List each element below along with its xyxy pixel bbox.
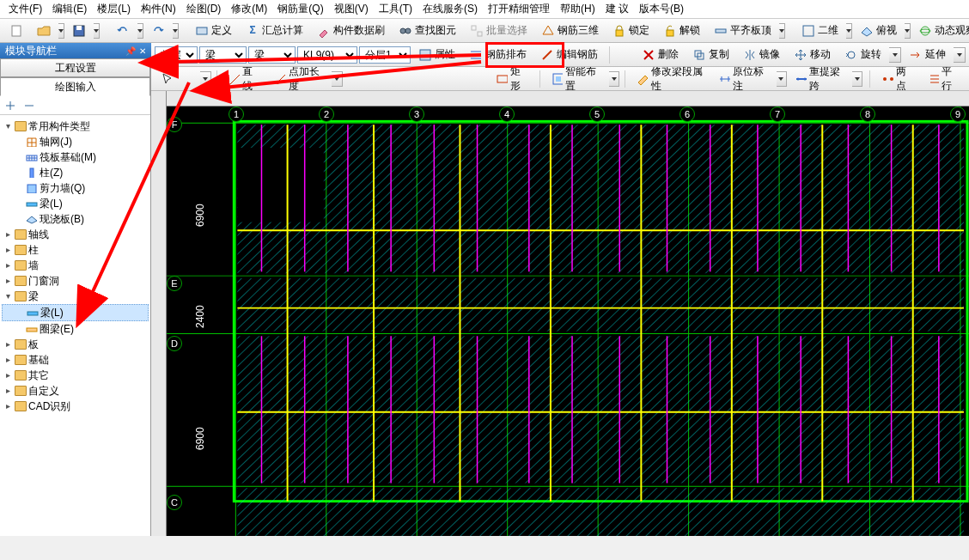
tree-folder-col[interactable]: ▸柱: [2, 242, 149, 258]
new-button[interactable]: [3, 21, 29, 40]
tree-folder-custom[interactable]: ▸自定义: [2, 383, 149, 399]
drawing-canvas[interactable]: 1 2 3 4 5 6 7 8 9 F E D C 6900 2400 6900: [167, 107, 969, 536]
panel-close-icon[interactable]: ✕: [139, 46, 146, 56]
menu-rebar[interactable]: 钢筋量(Q): [272, 0, 328, 18]
tree-folder-beam[interactable]: ▾梁: [2, 289, 149, 304]
menu-online[interactable]: 在线服务(S): [417, 0, 483, 18]
brush-button[interactable]: 构件数据刷: [311, 21, 391, 40]
tree-folder-opening[interactable]: ▸门窗洞: [2, 273, 149, 289]
extend-dropdown[interactable]: [954, 47, 966, 63]
find-button[interactable]: 查找图元: [393, 21, 462, 40]
select-button[interactable]: 选择: [155, 67, 198, 91]
resetspan-dropdown[interactable]: [852, 71, 862, 87]
tree-folder-common[interactable]: ▾常用构件类型: [2, 119, 149, 134]
undo-dropdown[interactable]: [137, 23, 143, 39]
tree-leaf-slab-b[interactable]: 现浇板(B): [2, 211, 149, 227]
parallel-icon: [928, 72, 940, 86]
tree-folder-foundation[interactable]: ▸基础: [2, 352, 149, 368]
menu-component[interactable]: 构件(N): [136, 0, 181, 18]
delete-button[interactable]: 删除: [636, 45, 685, 64]
mirror-button[interactable]: 镜像: [737, 45, 786, 64]
tree-folder-cad[interactable]: ▸CAD识别: [2, 399, 149, 414]
category1-combo[interactable]: 梁: [199, 46, 247, 64]
undo-button[interactable]: [110, 21, 136, 40]
batchsel-button[interactable]: 批量选择: [464, 21, 533, 40]
copy-button[interactable]: 复制: [686, 45, 735, 64]
menu-tools[interactable]: 工具(T): [374, 0, 417, 18]
menu-fine[interactable]: 打开精细管理: [483, 0, 555, 18]
inplace-button[interactable]: 原位标注: [712, 67, 774, 91]
menu-floor[interactable]: 楼层(L): [92, 0, 136, 18]
folder-icon: [15, 276, 27, 286]
menu-view[interactable]: 视图(V): [329, 0, 374, 18]
view2d-dropdown[interactable]: [846, 23, 852, 39]
flatslab-button[interactable]: 平齐板顶: [708, 21, 777, 40]
sum-button[interactable]: Σ汇总计算: [240, 21, 309, 40]
tab-project-settings[interactable]: 工程设置: [0, 58, 150, 77]
ptlen-button[interactable]: 点加长度: [268, 67, 330, 91]
shearwall-icon: [26, 183, 38, 193]
menu-help[interactable]: 帮助(H): [555, 0, 600, 18]
edit-rebar-button[interactable]: 编辑钢筋: [534, 45, 604, 64]
dynview-button[interactable]: 动态观察: [912, 21, 969, 40]
tree-collapse-icon[interactable]: [22, 99, 36, 113]
tree-leaf-axis-j[interactable]: 轴网(J): [2, 134, 149, 149]
parallel-button[interactable]: 平行: [922, 67, 966, 91]
inplace-dropdown[interactable]: [777, 71, 787, 87]
component-combo[interactable]: KL9(9): [297, 46, 357, 64]
attr-button[interactable]: 属性: [412, 45, 461, 64]
tab-draw-input[interactable]: 绘图输入: [0, 77, 150, 96]
save-dropdown[interactable]: [94, 23, 100, 39]
tree-folder-axis[interactable]: ▸轴线: [2, 227, 149, 242]
tree-leaf-ringbeam[interactable]: 圈梁(E): [2, 321, 149, 337]
menu-modify[interactable]: 修改(M): [226, 0, 272, 18]
twopoint-button[interactable]: 两点: [875, 67, 919, 91]
smart-dropdown[interactable]: [609, 71, 619, 87]
save-icon: [72, 24, 86, 38]
ptlen-dropdown[interactable]: [332, 71, 342, 87]
split-combo[interactable]: 分层1: [359, 46, 411, 64]
unlock-button[interactable]: 解锁: [657, 21, 706, 40]
menu-version[interactable]: 版本号(B): [634, 0, 689, 18]
floor-combo[interactable]: 首层: [155, 46, 198, 64]
extend-button[interactable]: 延伸: [903, 45, 952, 64]
view2d-button[interactable]: 二维: [795, 21, 844, 40]
tree-leaf-wall-q[interactable]: 剪力墙(Q): [2, 180, 149, 196]
move-button[interactable]: 移动: [788, 45, 837, 64]
flatslab-dropdown[interactable]: [779, 23, 785, 39]
tree-folder-other[interactable]: ▸其它: [2, 368, 149, 383]
select-dropdown[interactable]: [200, 71, 210, 87]
open-button[interactable]: [31, 21, 57, 40]
menu-edit[interactable]: 编辑(E): [47, 0, 92, 18]
resetspan-button[interactable]: 重提梁跨: [789, 67, 850, 91]
modseg-button[interactable]: 修改梁段属性: [631, 67, 710, 91]
redo-button[interactable]: [145, 21, 171, 40]
rotate-dropdown[interactable]: [889, 47, 901, 63]
panel-pin-icon[interactable]: 📌: [125, 46, 136, 56]
open-dropdown[interactable]: [58, 23, 64, 39]
menu-draw[interactable]: 绘图(D): [181, 0, 227, 18]
rect-button[interactable]: 矩形: [490, 67, 533, 91]
menu-file[interactable]: 文件(F): [3, 0, 47, 18]
tree-leaf-raft-m[interactable]: 筏板基础(M): [2, 149, 149, 165]
define-button[interactable]: 定义: [189, 21, 238, 40]
tree-folder-wall[interactable]: ▸墙: [2, 258, 149, 273]
tree-leaf-beam-item[interactable]: 梁(L): [2, 304, 149, 321]
menu-suggest[interactable]: 建 议: [600, 0, 634, 18]
tree-leaf-beam-l[interactable]: 梁(L): [2, 196, 149, 211]
rebar-layout-button[interactable]: 钢筋排布: [463, 45, 533, 64]
lock-button[interactable]: 锁定: [606, 21, 655, 40]
save-button[interactable]: [66, 21, 92, 40]
rebar3d-button[interactable]: 钢筋三维: [535, 21, 605, 40]
tree-leaf-col-z[interactable]: 柱(Z): [2, 165, 149, 180]
ortho-button[interactable]: 俯视: [854, 21, 903, 40]
category2-combo[interactable]: 梁: [248, 46, 296, 64]
smart-button[interactable]: 智能布置: [545, 67, 607, 91]
line-button[interactable]: 直线: [222, 67, 266, 91]
redo-dropdown[interactable]: [173, 23, 179, 39]
rotate-button[interactable]: 旋转: [838, 45, 887, 64]
ortho-dropdown[interactable]: [905, 23, 911, 39]
tree-expand-icon[interactable]: [3, 99, 17, 113]
svg-point-28: [803, 77, 806, 80]
tree-folder-slab[interactable]: ▸板: [2, 337, 149, 352]
